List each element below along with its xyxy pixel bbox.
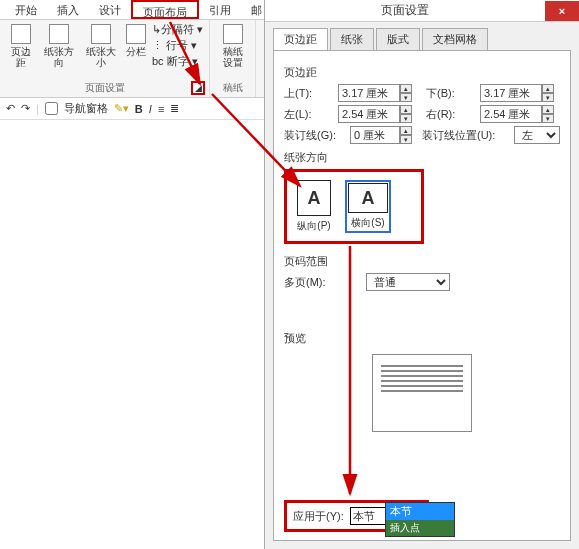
dtab-grid[interactable]: 文档网格 [422,28,488,50]
orientation-box: A 纵向(P) A 横向(S) [284,169,424,244]
section-orientation: 纸张方向 [284,150,560,165]
apply-to-box: 应用于(Y): 本节 ▼ 本节 插入点 [284,500,429,532]
format-icon[interactable]: ✎▾ [114,102,129,115]
top-label: 上(T): [284,86,332,101]
nav-pane-checkbox[interactable] [45,102,58,115]
document-area[interactable] [0,120,262,549]
page-setup-dialog-launcher[interactable]: ◢ [191,81,205,95]
gutter-label: 装订线(G): [284,128,344,143]
left-label: 左(L): [284,107,332,122]
tab-design[interactable]: 设计 [89,0,131,19]
opt-line-numbers[interactable]: ⋮ 行号 ▾ [152,38,203,53]
right-input[interactable] [480,105,542,123]
landscape-icon: A [348,183,388,213]
group-draft: 稿纸 设置 稿纸 [210,20,256,97]
right-label: 右(R): [426,107,474,122]
tab-references[interactable]: 引用 [199,0,241,19]
opt-breaks[interactable]: ↳分隔符 ▾ [152,22,203,37]
align-icon[interactable]: ≡ [158,103,164,115]
dialog-page: 页边距 上(T): ▴▾ 下(B): ▴▾ 左(L): ▴▾ 右(R): ▴▾ … [273,50,571,541]
columns-icon [126,24,146,44]
tab-page-layout[interactable]: 页面布局 [131,0,199,19]
dtab-layout[interactable]: 版式 [376,28,420,50]
spin-down-icon[interactable]: ▾ [400,93,412,102]
gutter-input[interactable] [350,126,400,144]
italic-button[interactable]: I [149,103,152,115]
left-spin[interactable]: ▴▾ [338,105,412,123]
bottom-input[interactable] [480,84,542,102]
dd-insert-point[interactable]: 插入点 [386,520,454,536]
redo-icon[interactable]: ↷ [21,102,30,115]
orient-landscape[interactable]: A 横向(S) [345,180,391,233]
opt-hyphenation[interactable]: bc 断字 ▾ [152,54,203,69]
group-title-draft: 稿纸 [223,81,243,97]
bottom-label: 下(B): [426,86,474,101]
size-icon [91,24,111,44]
draft-icon [223,24,243,44]
page-setup-options: ↳分隔符 ▾ ⋮ 行号 ▾ bc 断字 ▾ [152,22,203,69]
top-input[interactable] [338,84,400,102]
section-preview: 预览 [284,331,560,346]
section-pages: 页码范围 [284,254,560,269]
dialog-titlebar: 页面设置 × [265,0,579,22]
tab-insert[interactable]: 插入 [47,0,89,19]
spin-up-icon[interactable]: ▴ [400,84,412,93]
nav-pane-label: 导航窗格 [64,101,108,116]
btn-draft[interactable]: 稿纸 设置 [221,22,245,70]
left-input[interactable] [338,105,400,123]
apply-label: 应用于(Y): [293,509,344,524]
bottom-spin[interactable]: ▴▾ [480,84,554,102]
dtab-paper[interactable]: 纸张 [330,28,374,50]
orientation-icon [49,24,69,44]
multipage-label: 多页(M): [284,275,338,290]
bold-button[interactable]: B [135,103,143,115]
btn-columns[interactable]: 分栏 [124,22,148,59]
btn-size[interactable]: 纸张大小 [82,22,120,70]
orient-portrait[interactable]: A 纵向(P) [297,180,331,233]
gutterpos-label: 装订线位置(U): [422,128,508,143]
btn-orientation[interactable]: 纸张方向 [40,22,78,70]
dd-opt-section[interactable]: 本节 [386,503,454,520]
preview-box [372,354,472,432]
right-spin[interactable]: ▴▾ [480,105,554,123]
tab-home[interactable]: 开始 [5,0,47,19]
dialog-title: 页面设置 [265,2,545,19]
group-title-page-setup: 页面设置 [85,81,125,97]
undo-icon[interactable]: ↶ [6,102,15,115]
portrait-icon: A [297,180,331,216]
gutter-spin[interactable]: ▴▾ [350,126,412,144]
page-setup-dialog: 页面设置 × 页边距 纸张 版式 文档网格 页边距 上(T): ▴▾ 下(B):… [264,0,579,549]
dialog-tabs: 页边距 纸张 版式 文档网格 [265,22,579,50]
dtab-margins[interactable]: 页边距 [273,28,328,50]
section-margins: 页边距 [284,65,560,80]
apply-dropdown: 本节 插入点 [385,502,455,537]
close-button[interactable]: × [545,1,579,21]
gutterpos-select[interactable]: 左 [514,126,560,144]
align2-icon[interactable]: ≣ [170,102,179,115]
group-page-setup: 页边距 纸张方向 纸张大小 分栏 ↳分隔符 ▾ ⋮ 行号 ▾ bc 断字 ▾ 页… [0,20,210,97]
multipage-select[interactable]: 普通 [366,273,450,291]
top-spin[interactable]: ▴▾ [338,84,412,102]
btn-margins[interactable]: 页边距 [6,22,36,70]
margins-icon [11,24,31,44]
